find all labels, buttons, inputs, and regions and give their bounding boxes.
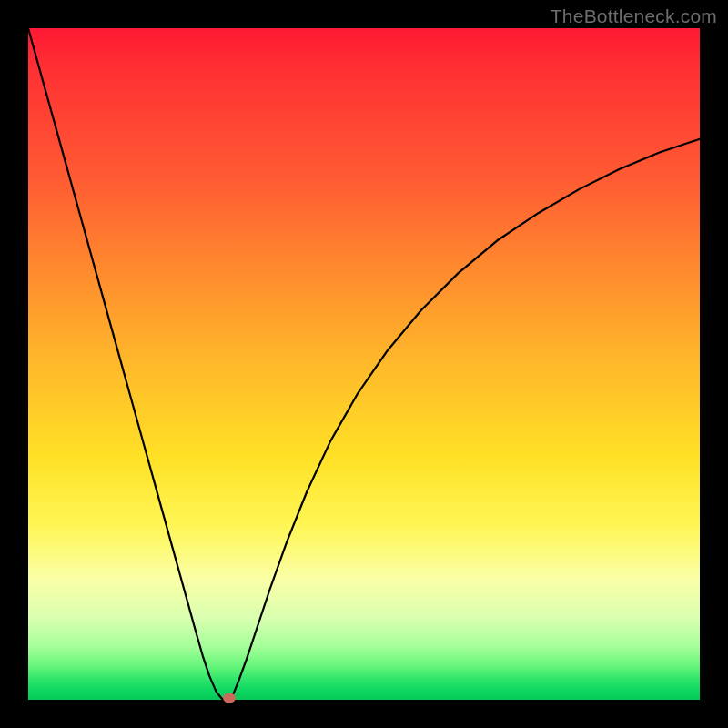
minimum-marker <box>223 693 236 703</box>
curve-path <box>28 28 700 700</box>
chart-frame: TheBottleneck.com <box>0 0 728 728</box>
plot-area <box>28 28 700 700</box>
bottleneck-curve <box>28 28 700 700</box>
watermark-text: TheBottleneck.com <box>551 5 717 27</box>
